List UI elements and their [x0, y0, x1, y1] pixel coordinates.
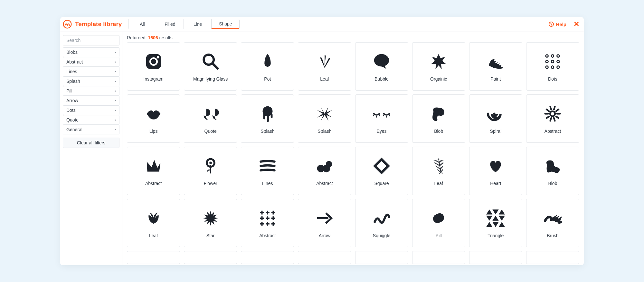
svg-line-23 — [384, 114, 384, 116]
sidebar-item-blobs[interactable]: Blobs› — [63, 47, 119, 57]
close-icon[interactable]: ✕ — [573, 20, 579, 28]
sidebar-item-splash[interactable]: Splash› — [63, 76, 119, 86]
svg-point-26 — [550, 111, 555, 116]
svg-line-74 — [439, 172, 441, 173]
template-card[interactable]: Lips — [127, 94, 180, 143]
app-logo-icon — [63, 20, 72, 29]
sidebar-item-general[interactable]: General› — [63, 125, 119, 134]
sidebar-item-abstract[interactable]: Abstract› — [63, 57, 119, 67]
sidebar-item-label: Splash — [66, 79, 80, 84]
template-card[interactable]: Abstract — [526, 94, 579, 143]
template-label: Splash — [318, 129, 332, 134]
template-label: Abstract — [316, 181, 333, 186]
svg-point-15 — [557, 66, 560, 68]
template-card[interactable]: Star — [184, 199, 237, 247]
sidebar-item-label: Quote — [66, 117, 79, 122]
splat-icon — [427, 51, 450, 72]
sidebar-item-quote[interactable]: Quote› — [63, 115, 119, 125]
template-label: Instagram — [143, 76, 163, 82]
template-card[interactable]: Instagram — [127, 42, 180, 91]
template-label: Eyes — [377, 129, 387, 134]
template-card[interactable]: Pot — [241, 42, 294, 91]
tab-all[interactable]: All — [128, 19, 156, 29]
template-label: Lines — [262, 181, 273, 186]
template-card[interactable]: Flower — [184, 147, 237, 195]
svg-line-34 — [550, 106, 551, 109]
sidebar-item-pill[interactable]: Pill› — [63, 86, 119, 96]
svg-point-14 — [552, 66, 554, 68]
template-card[interactable]: Pill — [412, 199, 465, 247]
template-card[interactable]: Spiral — [469, 94, 522, 143]
svg-line-25 — [389, 114, 390, 116]
template-card[interactable]: Abstract — [298, 147, 351, 195]
dots-icon — [541, 51, 564, 72]
template-card[interactable]: Lines — [241, 147, 294, 195]
template-label: Quote — [204, 129, 217, 134]
tab-line[interactable]: Line — [184, 19, 212, 29]
template-card[interactable]: Quote — [184, 94, 237, 143]
template-card[interactable] — [127, 251, 180, 264]
template-card[interactable]: Arrow — [298, 199, 351, 247]
tab-shape[interactable]: Shape — [212, 19, 239, 29]
sidebar-item-label: Pill — [66, 88, 72, 93]
sidebar: Blobs›Abstract›Lines›Splash›Pill›Arrow›D… — [60, 32, 122, 265]
lips-icon — [142, 103, 165, 124]
template-card[interactable]: Triangle — [469, 199, 522, 247]
sidebar-item-dots[interactable]: Dots› — [63, 105, 119, 115]
fern-icon — [427, 156, 450, 176]
template-card[interactable]: Orgainic — [412, 42, 465, 91]
arrow-icon — [313, 208, 336, 229]
template-card[interactable]: Dots — [526, 42, 579, 91]
template-card[interactable] — [355, 251, 408, 264]
template-card[interactable]: Leaf — [127, 199, 180, 247]
help-link[interactable]: ? Help — [549, 22, 566, 27]
template-label: Pill — [436, 233, 442, 238]
template-card[interactable]: Blob — [526, 147, 579, 195]
svg-point-7 — [546, 54, 548, 57]
tab-filled[interactable]: Filled — [156, 19, 184, 29]
diamond-icon — [370, 156, 393, 176]
svg-point-13 — [546, 66, 548, 68]
template-card[interactable]: Squiggle — [355, 199, 408, 247]
template-card[interactable]: Heart — [469, 147, 522, 195]
results-suffix: results — [159, 35, 172, 40]
template-card[interactable] — [184, 251, 237, 264]
template-card[interactable]: Leaf — [412, 147, 465, 195]
template-card[interactable] — [469, 251, 522, 264]
sidebar-item-lines[interactable]: Lines› — [63, 67, 119, 76]
template-card[interactable] — [412, 251, 465, 264]
svg-line-58 — [434, 161, 439, 162]
template-label: Leaf — [320, 76, 329, 82]
svg-point-9 — [557, 54, 560, 57]
template-label: Blob — [548, 181, 557, 186]
template-card[interactable] — [241, 251, 294, 264]
template-card[interactable]: Eyes — [355, 94, 408, 143]
template-card[interactable]: Paint — [469, 42, 522, 91]
search-input[interactable] — [63, 35, 119, 45]
bumps-icon — [313, 156, 336, 176]
svg-line-30 — [550, 118, 551, 121]
template-card[interactable]: Splash — [298, 94, 351, 143]
template-card[interactable] — [298, 251, 351, 264]
heart-icon — [484, 156, 507, 176]
template-card[interactable]: Brush — [526, 199, 579, 247]
paint-icon — [484, 51, 507, 72]
blob-icon — [427, 103, 450, 124]
template-card[interactable]: Square — [355, 147, 408, 195]
template-card[interactable]: Abstract — [127, 147, 180, 195]
svg-line-68 — [437, 168, 440, 169]
svg-line-5 — [213, 63, 218, 68]
svg-rect-17 — [263, 114, 265, 119]
template-card[interactable]: Bubble — [355, 42, 408, 91]
template-card[interactable]: Magnifying Glass — [184, 42, 237, 91]
magnify-icon — [199, 51, 222, 72]
template-card[interactable]: Abstract — [241, 199, 294, 247]
chevron-right-icon: › — [115, 79, 116, 83]
template-card[interactable]: Blob — [412, 94, 465, 143]
sidebar-item-arrow[interactable]: Arrow› — [63, 96, 119, 105]
clear-filters-button[interactable]: Clear all filters — [63, 138, 119, 148]
template-card[interactable]: Leaf — [298, 42, 351, 91]
chevron-right-icon: › — [115, 108, 116, 112]
template-card[interactable] — [526, 251, 579, 264]
template-card[interactable]: Splash — [241, 94, 294, 143]
